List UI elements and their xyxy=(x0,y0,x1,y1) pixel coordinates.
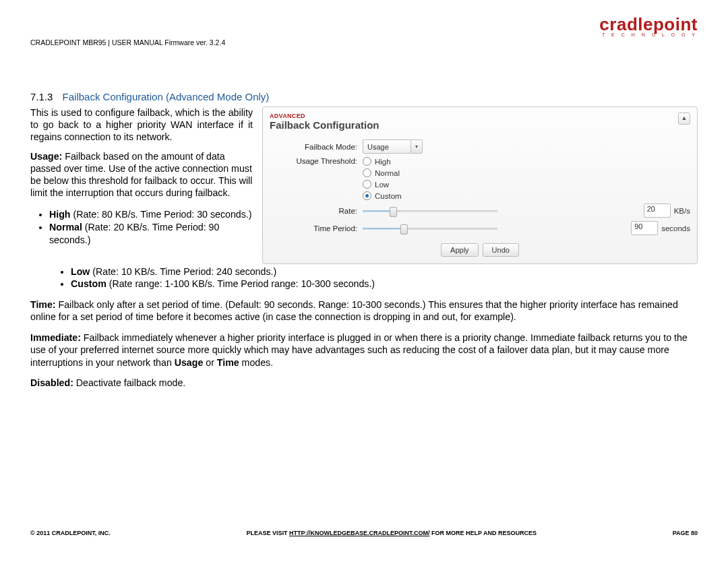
footer-help: PLEASE VISIT HTTP://KNOWLEDGEBASE.CRADLE… xyxy=(246,530,537,536)
collapse-button[interactable]: ▲ xyxy=(678,113,690,125)
footer-link[interactable]: HTTP://KNOWLEDGEBASE.CRADLEPOINT.COM/ xyxy=(289,530,430,536)
rate-slider[interactable] xyxy=(363,209,497,213)
radio-custom[interactable] xyxy=(363,191,371,200)
failback-config-panel: ADVANCED Failback Configuration ▲ Failba… xyxy=(262,106,698,264)
page-footer: © 2011 CRADLEPOINT, INC. PLEASE VISIT HT… xyxy=(30,530,698,536)
rate-label: Rate: xyxy=(270,207,363,215)
list-item: Custom (Rate range: 1-100 KB/s. Time Per… xyxy=(71,278,698,290)
period-label: Time Period: xyxy=(270,224,363,232)
section-number: 7.1.3 xyxy=(30,91,53,102)
period-unit: seconds xyxy=(661,224,690,232)
panel-title: Failback Configuration xyxy=(270,119,380,131)
radio-high[interactable] xyxy=(363,157,371,166)
list-item: High (Rate: 80 KB/s. Time Period: 30 sec… xyxy=(49,208,253,220)
footer-copyright: © 2011 CRADLEPOINT, INC. xyxy=(30,530,111,536)
immediate-paragraph: Immediate: Failback immediately whenever… xyxy=(30,332,698,369)
period-value[interactable]: 90 xyxy=(631,221,658,235)
failback-mode-label: Failback Mode: xyxy=(270,143,363,151)
radio-low[interactable] xyxy=(363,180,371,189)
footer-page: PAGE 80 xyxy=(673,530,698,536)
disabled-paragraph: Disabled: Deactivate failback mode. xyxy=(30,377,698,389)
document-id: CRADLEPOINT MBR95 | USER MANUAL Firmware… xyxy=(30,38,225,46)
failback-mode-select[interactable]: Usage xyxy=(363,139,411,154)
radio-normal[interactable] xyxy=(363,168,371,177)
section-title: Failback Configuration (Advanced Mode On… xyxy=(63,91,270,102)
period-slider[interactable] xyxy=(363,226,497,230)
advanced-badge: ADVANCED xyxy=(270,113,380,119)
rate-value[interactable]: 20 xyxy=(644,204,671,218)
list-item: Low (Rate: 10 KB/s. Time Period: 240 sec… xyxy=(71,266,698,278)
section-heading: 7.1.3 Failback Configuration (Advanced M… xyxy=(30,91,698,102)
time-paragraph: Time: Failback only after a set period o… xyxy=(30,299,698,323)
usage-paragraph: Usage: Failback based on the amount of d… xyxy=(30,150,253,199)
list-item: Normal (Rate: 20 KB/s. Time Period: 90 s… xyxy=(49,221,253,245)
rate-unit: KB/s xyxy=(674,207,690,215)
logo: cradlepoint T E C H N O L O G Y xyxy=(599,14,698,37)
logo-tagline: T E C H N O L O G Y xyxy=(599,32,698,37)
chevron-down-icon[interactable]: ▾ xyxy=(411,139,423,154)
apply-button[interactable]: Apply xyxy=(441,243,479,257)
undo-button[interactable]: Undo xyxy=(483,243,519,257)
usage-threshold-label: Usage Threshold: xyxy=(270,157,363,165)
intro-text: This is used to configure failback, whic… xyxy=(30,106,253,144)
